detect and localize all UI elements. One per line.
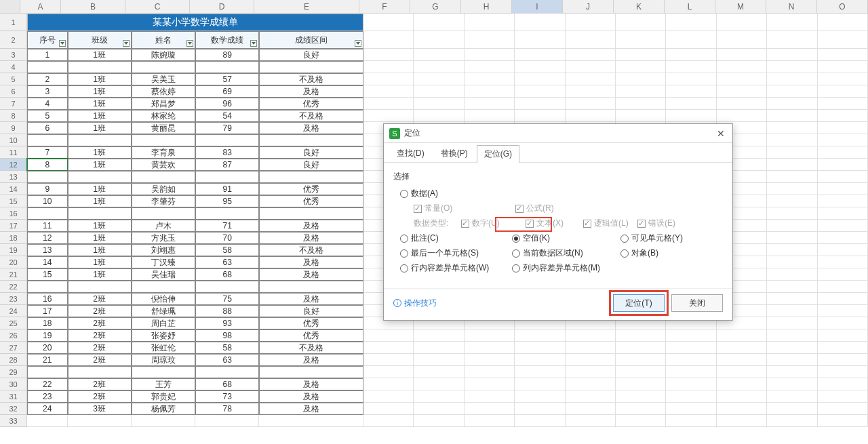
cell[interactable] — [666, 378, 716, 390]
data-cell[interactable]: 黄丽昆 — [132, 122, 195, 134]
cell[interactable] — [195, 415, 259, 427]
row-header[interactable]: 16 — [0, 207, 27, 220]
data-cell[interactable]: 22 — [27, 378, 68, 390]
row-header[interactable]: 10 — [0, 134, 27, 146]
row-header[interactable]: 2 — [0, 31, 27, 49]
col-header-D[interactable]: D — [190, 0, 254, 13]
row-header[interactable]: 5 — [0, 73, 27, 85]
cell[interactable] — [717, 73, 767, 85]
cell[interactable] — [566, 14, 616, 31]
col-header-K[interactable]: K — [614, 0, 665, 13]
cell[interactable] — [566, 366, 616, 378]
col-header-L[interactable]: L — [665, 0, 715, 13]
option-col-diff[interactable]: 列内容差异单元格(M) — [512, 262, 600, 274]
cell[interactable] — [818, 317, 868, 329]
cell[interactable] — [414, 403, 464, 415]
cell[interactable] — [666, 329, 716, 342]
cell[interactable] — [818, 244, 868, 256]
cell[interactable] — [767, 281, 817, 293]
cell[interactable] — [818, 31, 868, 49]
data-cell[interactable]: 10 — [27, 195, 68, 207]
cell[interactable] — [767, 73, 817, 85]
option-blank[interactable]: 空值(K) — [512, 233, 550, 244]
cell[interactable] — [465, 31, 515, 49]
cell[interactable] — [818, 232, 868, 244]
cell[interactable] — [465, 61, 515, 73]
cell[interactable] — [767, 14, 817, 31]
data-cell[interactable]: 2班 — [68, 354, 132, 366]
option-visible[interactable]: 可见单元格(Y) — [620, 233, 683, 244]
filter-icon[interactable] — [59, 40, 66, 47]
option-lastcell[interactable]: 最后一个单元格(S) — [400, 247, 479, 259]
row-header[interactable]: 19 — [0, 244, 27, 256]
cell[interactable] — [465, 110, 515, 122]
data-cell[interactable]: 优秀 — [259, 329, 363, 342]
cell[interactable] — [767, 146, 817, 159]
cell[interactable] — [666, 366, 716, 378]
cell[interactable] — [666, 73, 716, 85]
data-cell[interactable]: 93 — [195, 317, 259, 329]
data-cell[interactable]: 2班 — [68, 329, 132, 342]
cell[interactable] — [717, 98, 767, 110]
data-cell[interactable]: 79 — [195, 122, 259, 134]
cell[interactable] — [566, 329, 616, 342]
cell[interactable] — [414, 378, 464, 390]
cell[interactable] — [767, 220, 817, 232]
col-header-J[interactable]: J — [563, 0, 614, 13]
cell[interactable] — [566, 98, 616, 110]
row-header[interactable]: 4 — [0, 61, 27, 73]
header-2[interactable]: 姓名 — [132, 31, 195, 49]
row-header[interactable]: 20 — [0, 256, 27, 268]
data-cell[interactable]: 及格 — [259, 122, 363, 134]
cell[interactable] — [363, 61, 414, 73]
cell[interactable] — [767, 134, 817, 146]
data-cell[interactable]: 及格 — [259, 378, 363, 390]
data-cell[interactable]: 63 — [195, 354, 259, 366]
data-cell[interactable]: 87 — [195, 159, 259, 171]
cell[interactable] — [767, 317, 817, 329]
cell[interactable] — [818, 195, 868, 207]
data-cell[interactable]: 及格 — [259, 390, 363, 403]
data-cell[interactable]: 李育泉 — [132, 146, 195, 159]
cell[interactable] — [566, 85, 616, 98]
cell[interactable] — [616, 378, 666, 390]
data-cell[interactable]: 11 — [27, 220, 68, 232]
data-cell[interactable]: 75 — [195, 293, 259, 305]
cell[interactable] — [717, 366, 767, 378]
data-cell[interactable]: 吴佳瑞 — [132, 268, 195, 281]
cell[interactable] — [666, 342, 716, 354]
data-cell[interactable]: 张虹伦 — [132, 342, 195, 354]
data-cell[interactable]: 黄芸欢 — [132, 159, 195, 171]
data-cell[interactable]: 1班 — [68, 85, 132, 98]
data-cell[interactable]: 19 — [27, 329, 68, 342]
cell[interactable] — [414, 49, 464, 61]
cell[interactable] — [767, 98, 817, 110]
cell[interactable] — [465, 390, 515, 403]
cell[interactable] — [616, 98, 666, 110]
filter-icon[interactable] — [355, 40, 361, 47]
data-cell[interactable]: 优秀 — [259, 183, 363, 195]
cell[interactable] — [515, 49, 565, 61]
cell[interactable] — [515, 366, 565, 378]
cell[interactable] — [566, 415, 616, 427]
row-header[interactable]: 27 — [0, 342, 27, 354]
cell[interactable] — [566, 378, 616, 390]
data-cell[interactable]: 17 — [27, 305, 68, 317]
data-cell[interactable]: 1 — [27, 49, 68, 61]
cell[interactable] — [767, 390, 817, 403]
cell[interactable] — [616, 85, 666, 98]
cell[interactable] — [818, 281, 868, 293]
cell[interactable] — [414, 110, 464, 122]
cell[interactable] — [818, 256, 868, 268]
cell[interactable] — [566, 342, 616, 354]
cell[interactable] — [616, 14, 666, 31]
data-cell[interactable]: 13 — [27, 244, 68, 256]
cell[interactable] — [818, 159, 868, 171]
col-header-H[interactable]: H — [461, 0, 512, 13]
cell[interactable] — [717, 415, 767, 427]
col-header-B[interactable]: B — [61, 0, 125, 13]
cell[interactable] — [818, 49, 868, 61]
cell[interactable] — [767, 207, 817, 220]
data-cell[interactable]: 及格 — [259, 403, 363, 415]
corner-cell[interactable] — [0, 0, 20, 13]
